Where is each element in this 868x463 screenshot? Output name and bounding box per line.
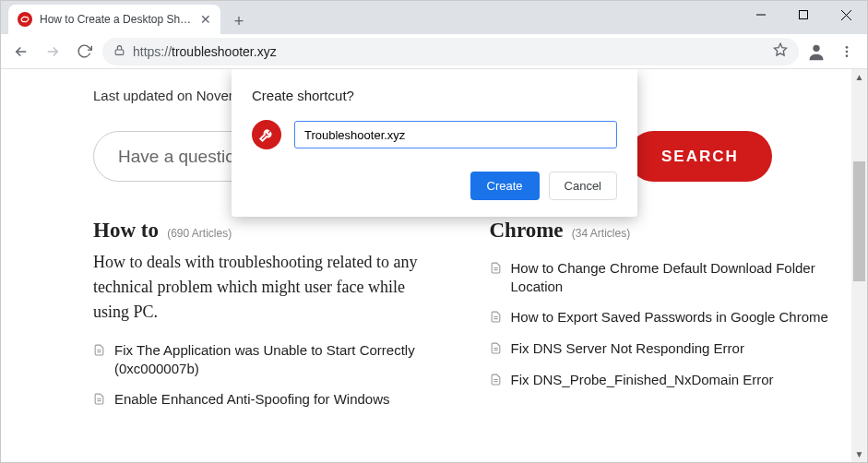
svg-point-8 <box>846 50 849 53</box>
scrollbar-track[interactable]: ▲ ▼ <box>851 69 867 462</box>
chrome-heading: Chrome <box>490 219 564 242</box>
chrome-count: (34 Articles) <box>572 227 630 240</box>
list-item[interactable]: Enable Enhanced Anti-Spoofing for Window… <box>93 390 444 410</box>
svg-rect-4 <box>115 49 124 53</box>
reload-button[interactable] <box>71 39 97 65</box>
forward-button[interactable] <box>40 39 65 65</box>
article-link: Enable Enhanced Anti-Spoofing for Window… <box>114 390 390 409</box>
wrench-icon <box>252 120 281 149</box>
document-icon <box>93 343 105 362</box>
scroll-down-arrow-icon[interactable]: ▼ <box>851 446 867 462</box>
category-columns: How to (690 Articles) How to deals with … <box>93 219 839 421</box>
close-tab-icon[interactable]: ✕ <box>200 12 211 27</box>
svg-marker-5 <box>774 43 786 55</box>
article-link: How to Change Chrome Default Download Fo… <box>511 259 840 297</box>
howto-description: How to deals with troubleshooting relate… <box>93 250 444 325</box>
scroll-up-arrow-icon[interactable]: ▲ <box>851 69 867 85</box>
browser-toolbar: https://troubleshooter.xyz <box>1 34 867 69</box>
list-item[interactable]: Fix The Application was Unable to Start … <box>93 341 444 379</box>
new-tab-button[interactable]: + <box>226 8 252 34</box>
back-button[interactable] <box>8 39 34 65</box>
document-icon <box>490 373 502 391</box>
howto-count: (690 Articles) <box>167 227 232 240</box>
document-icon <box>490 310 502 328</box>
create-shortcut-dialog: Create shortcut? Create Cancel <box>232 69 637 217</box>
article-link: Fix DNS Server Not Responding Error <box>511 339 744 358</box>
document-icon <box>490 341 502 360</box>
search-button[interactable]: SEARCH <box>628 131 772 182</box>
menu-button[interactable] <box>834 39 860 65</box>
howto-article-list: Fix The Application was Unable to Start … <box>93 341 444 410</box>
browser-titlebar: How to Create a Desktop Shortcu ✕ + <box>1 1 867 34</box>
svg-point-9 <box>846 54 849 57</box>
bookmark-star-icon[interactable] <box>773 42 788 60</box>
howto-heading: How to <box>93 219 159 242</box>
list-item[interactable]: How to Export Saved Passwords in Google … <box>490 308 840 328</box>
list-item[interactable]: Fix DNS Server Not Responding Error <box>490 339 840 360</box>
document-icon <box>93 392 105 410</box>
list-item[interactable]: Fix DNS_Probe_Finished_NxDomain Error <box>490 371 840 391</box>
create-button[interactable]: Create <box>470 172 540 200</box>
cancel-button[interactable]: Cancel <box>549 172 617 200</box>
svg-rect-1 <box>800 11 808 19</box>
svg-point-7 <box>846 46 849 49</box>
content-area: Last updated on November Have a question… <box>1 69 867 462</box>
browser-tab[interactable]: How to Create a Desktop Shortcu ✕ <box>8 5 220 34</box>
chrome-article-list: How to Change Chrome Default Download Fo… <box>490 259 840 391</box>
window-controls <box>740 1 867 29</box>
url-text: https://troubleshooter.xyz <box>133 44 277 59</box>
address-bar[interactable]: https://troubleshooter.xyz <box>102 38 799 65</box>
chrome-column: Chrome (34 Articles) How to Change Chrom… <box>490 219 840 421</box>
article-link: How to Export Saved Passwords in Google … <box>511 308 828 326</box>
lock-icon <box>113 44 125 59</box>
close-window-button[interactable] <box>825 1 867 29</box>
shortcut-name-input[interactable] <box>294 121 617 148</box>
minimize-button[interactable] <box>740 1 782 29</box>
scrollbar-thumb[interactable] <box>853 161 865 281</box>
article-link: Fix The Application was Unable to Start … <box>114 341 444 379</box>
document-icon <box>490 261 502 279</box>
site-favicon <box>18 12 32 27</box>
profile-avatar-icon[interactable] <box>804 40 828 64</box>
article-link: Fix DNS_Probe_Finished_NxDomain Error <box>511 371 774 389</box>
list-item[interactable]: How to Change Chrome Default Download Fo… <box>490 259 840 297</box>
svg-point-6 <box>813 44 819 51</box>
tab-title: How to Create a Desktop Shortcu <box>40 13 195 26</box>
maximize-button[interactable] <box>782 1 825 29</box>
dialog-title: Create shortcut? <box>252 88 617 103</box>
howto-column: How to (690 Articles) How to deals with … <box>93 219 444 421</box>
